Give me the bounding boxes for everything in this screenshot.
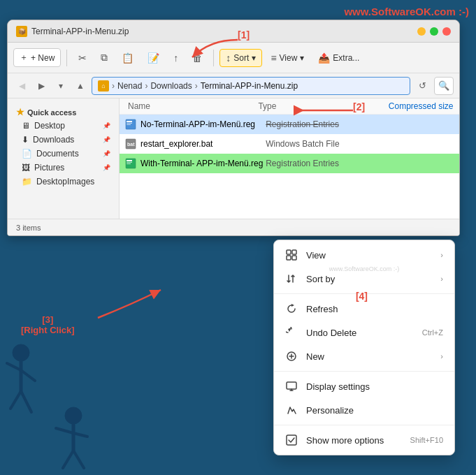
sidebar-label-di: DesktopImages — [36, 177, 94, 187]
sidebar-label-desktop: Desktop — [34, 121, 65, 131]
context-display-label: Display settings — [306, 381, 443, 392]
svg-rect-9 — [127, 163, 131, 164]
context-more-shortcut: Shift+F10 — [410, 436, 443, 444]
context-item-view[interactable]: View › — [274, 243, 454, 267]
more-options-icon — [285, 434, 298, 446]
context-item-undo[interactable]: Undo Delete Ctrl+Z — [274, 321, 454, 344]
svg-rect-21 — [287, 435, 296, 445]
copy-icon: ⧉ — [101, 52, 108, 64]
path-sep-1: › — [112, 81, 115, 91]
minimize-button[interactable] — [417, 27, 426, 36]
file-list-header: Name Type Compressed size — [120, 98, 459, 115]
svg-line-26 — [10, 391, 21, 409]
sidebar: ★ Quick access 🖥 Desktop 📌 ⬇ Downloads 📌… — [8, 98, 120, 235]
window-title: Terminal-APP-in-Menu.zip — [31, 27, 129, 36]
view-icon-cm — [285, 249, 298, 261]
file-row-1[interactable]: No-Terminal-APP-im-Menü.reg Registration… — [120, 115, 459, 134]
file-row-2[interactable]: bat restart_explorer.bat Windows Batch F… — [120, 134, 459, 154]
svg-rect-18 — [287, 382, 296, 389]
context-item-display[interactable]: Display settings — [274, 374, 454, 398]
file-type-2: Windows Batch File — [266, 139, 391, 149]
svg-rect-1 — [127, 121, 132, 122]
context-personalize-label: Personalize — [306, 405, 443, 416]
home-icon: ⌂ — [98, 80, 109, 92]
pin-icon-desktop: 📌 — [103, 122, 110, 129]
paste-icon: 📋 — [122, 52, 134, 64]
extract-icon: 📤 — [318, 52, 330, 64]
reg-icon-1 — [125, 119, 136, 130]
context-new-arrow: › — [440, 352, 443, 360]
context-view-arrow: › — [440, 251, 443, 259]
svg-rect-7 — [127, 160, 132, 161]
context-item-sortby[interactable]: Sort by › — [274, 267, 454, 291]
context-item-more-options[interactable]: Show more options Shift+F10 — [274, 428, 454, 452]
view-icon: ≡ — [271, 52, 276, 64]
context-menu: www.SoftwareOK.com :-) View › Sort by › — [273, 240, 455, 455]
paste-button[interactable]: 📋 — [116, 50, 139, 66]
svg-rect-8 — [127, 162, 132, 163]
stickman-decoration — [3, 332, 115, 472]
extract-button[interactable]: 📤 Extra... — [312, 50, 365, 66]
sidebar-item-desktop[interactable]: 🖥 Desktop 📌 — [10, 119, 116, 133]
svg-rect-13 — [287, 256, 291, 260]
path-zipfile: Terminal-APP-in-Menu.zip — [201, 81, 298, 91]
address-path[interactable]: ⌂ › Nenad › Downloads › Terminal-APP-in-… — [92, 77, 410, 95]
svg-text:bat: bat — [127, 142, 135, 147]
items-count: 3 items — [16, 224, 41, 232]
personalize-icon — [285, 404, 298, 416]
downloads-icon: ⬇ — [22, 135, 29, 145]
svg-line-25 — [21, 370, 35, 381]
top-url-bar: www.SoftwareOK.com :-) — [344, 6, 469, 17]
sidebar-item-pictures[interactable]: 🖼 Pictures 📌 — [10, 161, 116, 175]
toolbar-separator-1 — [66, 50, 67, 66]
sidebar-item-documents[interactable]: 📄 Documents 📌 — [10, 147, 116, 161]
sort-dropdown-icon: ▾ — [252, 53, 256, 63]
copy-button[interactable]: ⧉ — [95, 49, 113, 66]
explorer-content: ★ Quick access 🖥 Desktop 📌 ⬇ Downloads 📌… — [8, 98, 459, 235]
file-type-3: Registration Entries — [266, 159, 391, 168]
arrow-1 — [182, 36, 245, 64]
context-item-new[interactable]: New › — [274, 344, 454, 368]
maximize-button[interactable] — [430, 27, 438, 36]
sidebar-label-downloads: Downloads — [33, 135, 74, 145]
col-header-size: Compressed size — [389, 101, 454, 111]
forward-button[interactable]: ▶ — [33, 78, 50, 94]
reg-icon-2 — [125, 158, 136, 169]
rename-button[interactable]: 📝 — [142, 50, 165, 66]
up-button[interactable]: ▲ — [72, 78, 89, 94]
svg-point-22 — [13, 344, 29, 361]
cut-button[interactable]: ✂ — [73, 50, 92, 66]
svg-point-28 — [65, 407, 82, 424]
search-box[interactable]: 🔍 — [434, 77, 454, 95]
refresh-icon-cm — [285, 302, 298, 315]
annotation-4: [4] — [356, 291, 368, 302]
svg-rect-3 — [127, 124, 131, 125]
title-bar-icon: 📦 — [16, 26, 27, 37]
arrow-2 — [290, 103, 360, 117]
file-row-3[interactable]: With-Terminal- APP-im-Menü.reg Registrat… — [120, 154, 459, 173]
sidebar-label-pictures: Pictures — [34, 163, 64, 173]
sidebar-label-documents: Documents — [36, 149, 79, 159]
svg-line-31 — [73, 433, 87, 437]
context-sortby-label: Sort by — [306, 274, 432, 284]
view-button[interactable]: ≡ View ▾ — [265, 50, 310, 66]
cut-icon: ✂ — [78, 52, 87, 64]
sidebar-item-desktopimages[interactable]: 📁 DesktopImages — [10, 175, 116, 189]
col-header-name: Name — [125, 101, 258, 111]
file-name-2: restart_explorer.bat — [140, 139, 266, 149]
context-item-personalize[interactable]: Personalize — [274, 398, 454, 422]
close-button[interactable] — [442, 27, 451, 36]
extract-label: Extra... — [333, 53, 359, 63]
new-button[interactable]: ＋ + New — [13, 48, 61, 67]
refresh-button[interactable]: ↺ — [413, 77, 431, 95]
sidebar-item-downloads[interactable]: ⬇ Downloads 📌 — [10, 133, 116, 147]
quick-access-label: ★ Quick access — [10, 104, 116, 119]
new-icon-cm — [285, 350, 298, 363]
svg-rect-14 — [292, 256, 296, 260]
recent-button[interactable]: ▾ — [52, 78, 69, 94]
svg-rect-12 — [292, 250, 296, 254]
sortby-icon — [285, 272, 298, 285]
path-sep-2: › — [145, 81, 147, 91]
annotation-3: [3] [Right Click] — [21, 314, 75, 335]
back-button[interactable]: ◀ — [13, 78, 30, 94]
